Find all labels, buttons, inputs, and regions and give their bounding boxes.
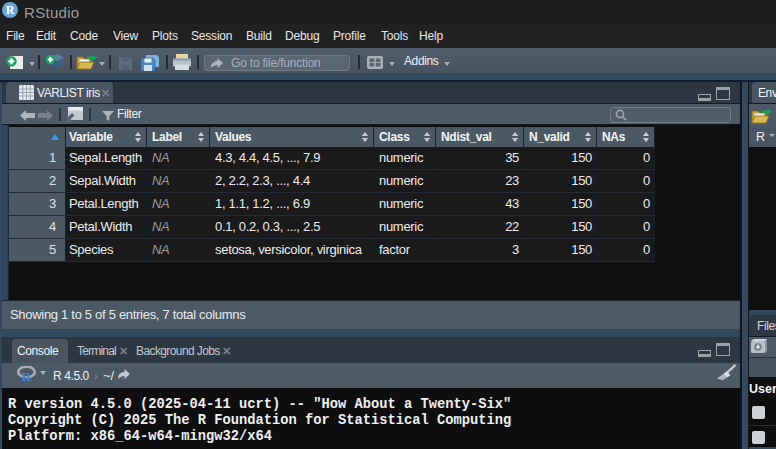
svg-text:R: R [22, 369, 32, 382]
